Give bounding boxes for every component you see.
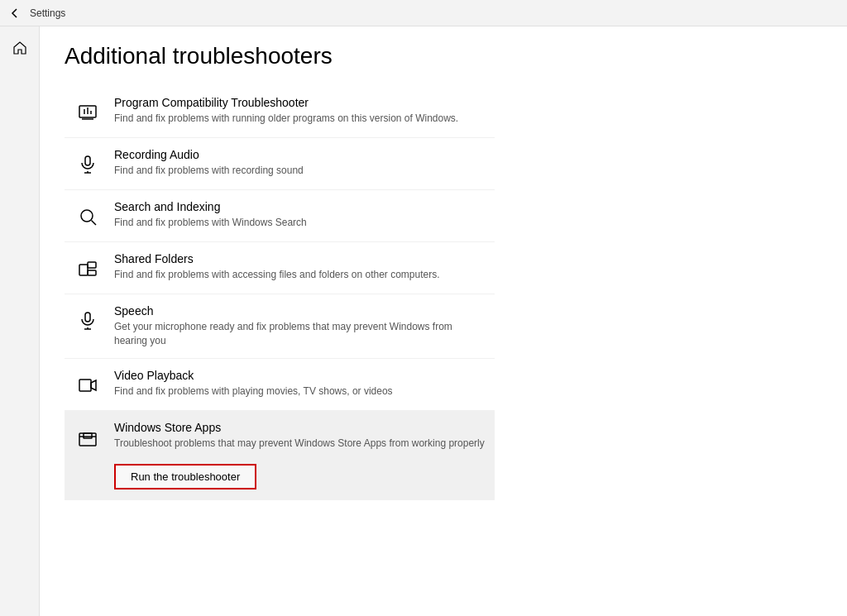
- item-desc: Troubleshoot problems that may prevent W…: [114, 437, 486, 451]
- speech-icon: [73, 306, 103, 336]
- svg-rect-18: [79, 433, 96, 446]
- item-title: Windows Store Apps: [114, 421, 486, 434]
- svg-marker-17: [91, 380, 96, 390]
- list-item: Shared Folders Find and fix problems wit…: [65, 242, 495, 294]
- item-desc: Find and fix problems with running older…: [114, 112, 486, 126]
- item-text: Search and Indexing Find and fix problem…: [114, 200, 486, 230]
- list-item-expanded: Windows Store Apps Troubleshoot problems…: [65, 411, 495, 500]
- item-desc: Find and fix problems with playing movie…: [114, 384, 486, 399]
- item-header: Windows Store Apps Troubleshoot problems…: [73, 421, 486, 452]
- list-item: Video Playback Find and fix problems wit…: [65, 359, 495, 411]
- shared-folders-icon: [73, 254, 103, 284]
- item-title: Speech: [114, 304, 486, 318]
- list-item: Recording Audio Find and fix problems wi…: [65, 138, 495, 190]
- svg-line-9: [92, 221, 97, 226]
- list-item: Speech Get your microphone ready and fix…: [65, 294, 495, 359]
- main-content: Additional troubleshooters: [40, 26, 847, 616]
- item-header: Shared Folders Find and fix problems wit…: [73, 252, 486, 284]
- svg-rect-12: [88, 270, 96, 275]
- item-title: Video Playback: [114, 369, 486, 382]
- content-area: Additional troubleshooters: [0, 26, 847, 616]
- item-title: Program Compatibility Troubleshooter: [114, 96, 486, 109]
- item-header: Program Compatibility Troubleshooter Fin…: [73, 96, 486, 127]
- item-desc: Find and fix problems with recording sou…: [114, 164, 486, 178]
- home-icon[interactable]: [7, 35, 33, 61]
- program-compat-icon: [73, 98, 103, 127]
- svg-rect-10: [79, 265, 88, 275]
- troubleshooter-list: Program Compatibility Troubleshooter Fin…: [65, 86, 495, 500]
- svg-rect-5: [85, 156, 90, 165]
- run-troubleshooter-button[interactable]: Run the troubleshooter: [114, 464, 256, 489]
- item-desc: Find and fix problems with accessing fil…: [114, 268, 486, 282]
- video-icon: [73, 370, 103, 400]
- title-bar-text: Settings: [30, 7, 65, 19]
- item-header: Video Playback Find and fix problems wit…: [73, 369, 486, 400]
- page-title: Additional troubleshooters: [65, 43, 822, 69]
- item-text: Windows Store Apps Troubleshoot problems…: [114, 421, 486, 451]
- item-title: Search and Indexing: [114, 200, 486, 213]
- item-title: Shared Folders: [114, 252, 486, 265]
- item-text: Recording Audio Find and fix problems wi…: [114, 148, 486, 178]
- list-item: Search and Indexing Find and fix problem…: [65, 190, 495, 242]
- back-button[interactable]: [10, 8, 20, 18]
- item-desc: Get your microphone ready and fix proble…: [114, 320, 486, 348]
- title-bar: Settings: [0, 0, 847, 26]
- item-header: Speech Get your microphone ready and fix…: [73, 304, 486, 348]
- svg-rect-19: [84, 433, 92, 438]
- item-text: Speech Get your microphone ready and fix…: [114, 304, 486, 348]
- item-header: Search and Indexing Find and fix problem…: [73, 200, 486, 232]
- svg-point-8: [81, 210, 93, 222]
- item-desc: Find and fix problems with Windows Searc…: [114, 216, 486, 230]
- store-icon: [73, 423, 103, 452]
- item-text: Program Compatibility Troubleshooter Fin…: [114, 96, 486, 126]
- item-text: Video Playback Find and fix problems wit…: [114, 369, 486, 399]
- list-item: Program Compatibility Troubleshooter Fin…: [65, 86, 495, 138]
- svg-rect-11: [88, 262, 96, 268]
- microphone-icon: [73, 150, 103, 179]
- search-icon: [73, 202, 103, 232]
- item-title: Recording Audio: [114, 148, 486, 161]
- sidebar: [0, 26, 40, 616]
- item-header: Recording Audio Find and fix problems wi…: [73, 148, 486, 179]
- item-text: Shared Folders Find and fix problems wit…: [114, 252, 486, 282]
- svg-rect-16: [79, 380, 91, 391]
- svg-rect-13: [85, 313, 90, 322]
